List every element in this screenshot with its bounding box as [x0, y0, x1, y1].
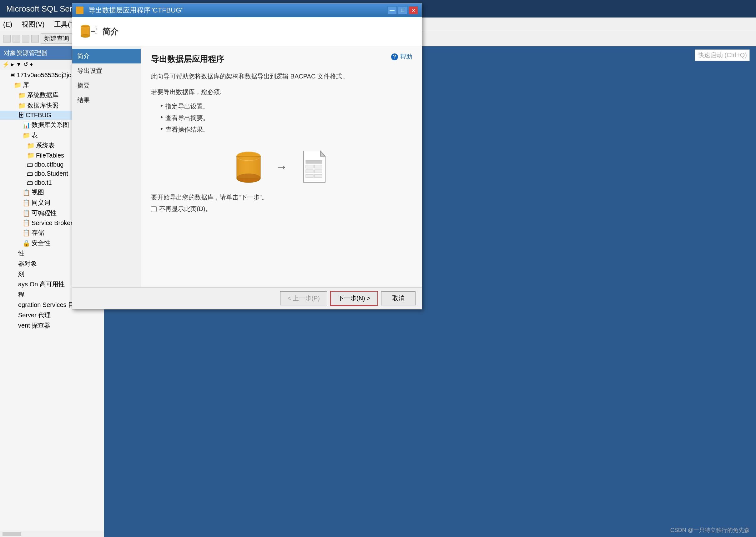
step-1: 指定导出设置。: [160, 102, 412, 111]
db-folder-icon: 📁: [14, 81, 21, 89]
new-query-button[interactable]: 新建查询: [41, 33, 72, 44]
dialog-header: 简介: [72, 17, 422, 46]
prev-button[interactable]: < 上一步(P): [280, 291, 327, 306]
table-folder-icon: 📁: [22, 132, 30, 139]
help-link[interactable]: ? 帮助: [391, 53, 412, 61]
folder-icon-2: 📁: [18, 102, 26, 109]
diagram-icon: 📊: [22, 121, 30, 129]
security-icon: 🔒: [22, 239, 30, 247]
document-svg: [300, 149, 328, 184]
svg-rect-13: [237, 156, 261, 178]
svg-rect-21: [306, 174, 313, 178]
content-desc1: 此向导可帮助您将数据库的架构和数据导出到逻辑 BACPAC 文件格式。: [151, 71, 412, 82]
svg-point-2: [81, 34, 90, 37]
refresh-icon[interactable]: ↺: [23, 61, 28, 68]
svg-marker-15: [320, 151, 325, 156]
table-icon-2: 🗃: [27, 170, 33, 177]
next-button[interactable]: 下一步(N) >: [330, 291, 378, 306]
menu-item-e[interactable]: (E): [3, 20, 12, 28]
disconnect-icon[interactable]: ▸: [11, 61, 14, 68]
dialog-footer: < 上一步(P) 下一步(N) > 取消: [72, 287, 422, 309]
header-title: 简介: [102, 26, 118, 37]
table-icon-3: 🗃: [27, 179, 33, 186]
dont-show-checkbox[interactable]: [151, 206, 157, 212]
svg-rect-17: [306, 165, 313, 168]
cancel-button[interactable]: 取消: [381, 291, 415, 306]
dialog-nav: 简介 导出设置 摘要 结果: [72, 46, 141, 287]
arrow-icon: →: [275, 160, 288, 174]
bottom-text: 要开始导出您的数据库，请单击"下一步"。: [151, 193, 412, 202]
explorer-scrollbar[interactable]: [0, 531, 104, 537]
svg-rect-5: [95, 27, 97, 34]
tree-item-agent[interactable]: Server 代理: [0, 310, 104, 320]
db-cylinder-svg: [234, 149, 263, 184]
step-2: 查看导出摘要。: [160, 114, 412, 122]
dialog-body: 简介 导出设置 摘要 结果 ? 帮助 导出数据层应用程序 此向导可帮助您将数据库…: [72, 46, 422, 287]
checkbox-row: 不再显示此页(D)。: [151, 205, 412, 213]
broker-icon: 📋: [22, 219, 30, 227]
help-icon: ?: [391, 54, 398, 60]
svg-rect-20: [315, 170, 322, 173]
svg-rect-16: [306, 160, 322, 163]
content-title: 导出数据层应用程序: [151, 54, 412, 65]
nav-intro[interactable]: 简介: [72, 49, 141, 63]
tree-item-profiler[interactable]: vent 探查器: [0, 320, 104, 331]
step-3: 查看操作结果。: [160, 125, 412, 134]
table-icon: 🗃: [27, 161, 33, 168]
db-icon: 🗄: [18, 111, 24, 119]
export-dialog: 导出数据层应用程序"CTFBUG" — □ ✕: [72, 3, 422, 310]
step-1-text: 指定导出设置。: [165, 102, 209, 111]
content-steps: 指定导出设置。 查看导出摘要。 查看操作结果。: [160, 102, 412, 137]
close-button[interactable]: ✕: [409, 6, 418, 14]
views-icon: 📋: [22, 189, 30, 196]
titlebar-buttons: — □ ✕: [387, 6, 418, 14]
nav-summary[interactable]: 摘要: [72, 78, 141, 93]
ssms-window: Microsoft SQL Server Management (E) 视图(V…: [0, 0, 756, 537]
server-icon: 🖥: [9, 71, 16, 79]
illustration: →: [151, 149, 412, 184]
prog-icon: 📋: [22, 209, 30, 217]
filter-icon[interactable]: ▼: [16, 61, 21, 68]
sys-table-icon: 📁: [27, 142, 35, 149]
properties-icon[interactable]: ♦: [30, 61, 33, 68]
dialog-title-icon: [76, 7, 83, 14]
file-table-icon: 📁: [27, 151, 35, 159]
dialog-titlebar: 导出数据层应用程序"CTFBUG" — □ ✕: [72, 3, 422, 17]
help-label: 帮助: [400, 53, 412, 61]
svg-rect-19: [306, 170, 313, 173]
nav-results[interactable]: 结果: [72, 93, 141, 107]
storage-icon: 📋: [22, 229, 30, 237]
step-2-text: 查看导出摘要。: [165, 114, 209, 122]
quick-launch-bar[interactable]: 快速启动 (Ctrl+Q): [695, 49, 750, 61]
folder-icon: 📁: [18, 92, 26, 99]
step-3-text: 查看操作结果。: [165, 125, 209, 134]
dialog-title: 导出数据层应用程序"CTFBUG": [89, 6, 184, 15]
nav-export-settings[interactable]: 导出设置: [72, 63, 141, 78]
explorer-title: 对象资源管理器: [4, 49, 48, 57]
maximize-button[interactable]: □: [398, 6, 407, 14]
menu-item-view[interactable]: 视图(V): [21, 20, 44, 29]
header-icon: [78, 22, 97, 41]
content-desc2: 若要导出数据库，您必须:: [151, 87, 412, 97]
toolbar-icons: 新建查询: [3, 33, 72, 44]
svg-rect-18: [315, 165, 322, 168]
checkbox-label[interactable]: 不再显示此页(D)。: [159, 205, 212, 213]
watermark: CSDN @一只特立独行的兔先森: [670, 526, 750, 534]
minimize-button[interactable]: —: [387, 6, 397, 14]
dialog-main-content: ? 帮助 导出数据层应用程序 此向导可帮助您将数据库的架构和数据导出到逻辑 BA…: [141, 46, 422, 287]
synonyms-icon: 📋: [22, 199, 30, 207]
connect-icon[interactable]: ⚡: [3, 61, 9, 68]
svg-rect-22: [315, 174, 322, 178]
